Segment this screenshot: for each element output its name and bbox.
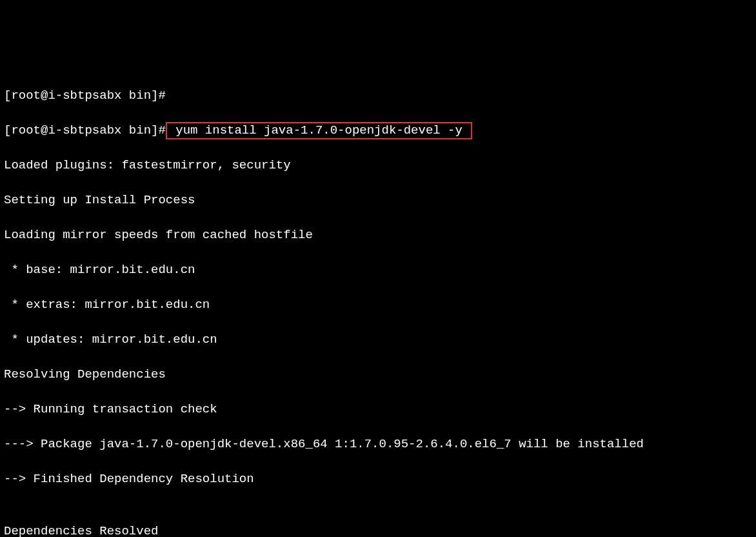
out-line: Resolving Dependencies (4, 366, 752, 383)
out-line: * base: mirror.bit.edu.cn (4, 261, 752, 279)
out-line: Loaded plugins: fastestmirror, security (4, 157, 752, 174)
out-line: ---> Package java-1.7.0-openjdk-devel.x8… (4, 436, 752, 453)
out-line: Dependencies Resolved (4, 523, 752, 537)
out-line: Loading mirror speeds from cached hostfi… (4, 227, 752, 244)
shell-prompt: [root@i-sbtpsabx bin]# (4, 123, 166, 137)
out-line: Setting up Install Process (4, 192, 752, 209)
out-line: * extras: mirror.bit.edu.cn (4, 296, 752, 314)
out-line: --> Finished Dependency Resolution (4, 471, 752, 488)
out-line: * updates: mirror.bit.edu.cn (4, 331, 752, 349)
prompt-line: [root@i-sbtpsabx bin]# yum install java-… (4, 122, 752, 139)
command-highlight: yum install java-1.7.0-openjdk-devel -y (166, 122, 472, 139)
out-line: --> Running transaction check (4, 401, 752, 418)
terminal-output[interactable]: [root@i-sbtpsabx bin]# [root@i-sbtpsabx … (0, 70, 756, 537)
prompt-prev-line: [root@i-sbtpsabx bin]# (4, 87, 752, 105)
